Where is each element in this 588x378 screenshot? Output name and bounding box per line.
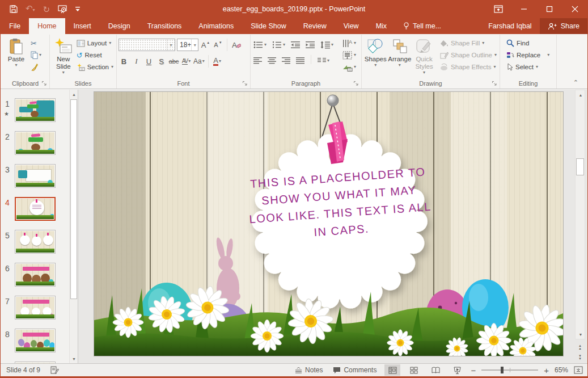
slideshow-view-button[interactable] xyxy=(449,364,465,376)
align-text-button[interactable]: ▾ xyxy=(341,49,357,61)
slide-thumbnail-3[interactable] xyxy=(15,164,56,188)
maximize-button[interactable] xyxy=(536,0,562,18)
underline-button[interactable]: U xyxy=(143,56,154,67)
notes-toggle[interactable]: Notes xyxy=(293,366,325,374)
tab-home[interactable]: Home xyxy=(29,18,65,34)
tab-design[interactable]: Design xyxy=(100,18,139,34)
reading-view-button[interactable] xyxy=(428,364,443,376)
zoom-out-button[interactable]: − xyxy=(471,366,476,375)
previous-slide-button[interactable]: ▲▲ xyxy=(575,343,585,352)
cut-button[interactable]: ✂ xyxy=(29,38,43,48)
align-left-button[interactable] xyxy=(252,55,263,66)
normal-view-button[interactable] xyxy=(384,364,400,376)
text-direction-button[interactable]: A▾ xyxy=(341,37,357,49)
tab-view[interactable]: View xyxy=(335,18,367,34)
increase-font-size-button[interactable]: A▲ xyxy=(200,39,211,51)
thumbnail-scrollbar[interactable]: ▲ ▼ xyxy=(69,90,78,363)
tell-me-box[interactable]: Tell me... xyxy=(395,18,449,34)
tab-file[interactable]: File xyxy=(1,18,29,34)
find-button[interactable]: Find xyxy=(505,37,551,49)
slide-thumbnail-6[interactable] xyxy=(15,263,56,287)
share-button[interactable]: Share xyxy=(540,18,587,34)
reset-button[interactable]: ↺Reset xyxy=(75,49,115,61)
drawing-dialog-launcher-icon[interactable] xyxy=(492,81,497,86)
tab-review[interactable]: Review xyxy=(295,18,335,34)
replace-button[interactable]: Replace▾ xyxy=(505,49,551,61)
character-spacing-button[interactable]: AV▾ xyxy=(181,56,192,67)
bold-button[interactable]: B xyxy=(119,56,129,67)
notes-pen-icon[interactable] xyxy=(50,366,59,374)
text-placeholder[interactable]: THIS IS A PLACEHOLDER TO SHOW YOU WHAT I… xyxy=(235,162,445,247)
clear-formatting-button[interactable]: A xyxy=(231,39,242,51)
shape-outline-button[interactable]: Shape Outline▾ xyxy=(439,49,498,61)
text-shadow-button[interactable]: S xyxy=(156,56,167,67)
clipboard-dialog-launcher-icon[interactable] xyxy=(41,81,47,86)
font-name-select[interactable]: ▾ xyxy=(119,39,175,51)
slide-thumbnail-5[interactable] xyxy=(15,230,56,254)
italic-button[interactable]: I xyxy=(131,56,142,67)
line-spacing-button[interactable]: ▾ xyxy=(319,39,335,51)
font-color-button[interactable]: A▾ xyxy=(212,56,223,67)
canvas-scrollbar-thumb[interactable] xyxy=(576,158,584,175)
zoom-in-button[interactable]: + xyxy=(544,366,549,375)
shapes-button[interactable]: Shapes ▾ xyxy=(363,36,388,68)
comments-toggle[interactable]: Comments xyxy=(331,366,379,374)
scroll-up-icon[interactable]: ▲ xyxy=(576,90,586,99)
justify-button[interactable] xyxy=(295,55,306,66)
shape-effects-button[interactable]: Shape Effects▾ xyxy=(439,61,498,73)
align-right-button[interactable] xyxy=(281,55,291,66)
account-name[interactable]: Farshad Iqbal xyxy=(480,18,539,34)
section-button[interactable]: Section▾ xyxy=(75,61,115,73)
quick-styles-button[interactable]: Quick Styles ▾ xyxy=(412,36,437,75)
tab-animations[interactable]: Animations xyxy=(190,18,242,34)
slide-sorter-view-button[interactable] xyxy=(406,364,422,376)
tab-slide-show[interactable]: Slide Show xyxy=(242,18,295,34)
scroll-down-icon[interactable]: ▼ xyxy=(576,330,586,339)
minimize-button[interactable] xyxy=(511,0,536,18)
zoom-slider-thumb[interactable] xyxy=(501,367,504,373)
layout-button[interactable]: Layout▾ xyxy=(75,37,115,49)
paste-button[interactable]: Paste ▾ xyxy=(3,36,29,68)
format-painter-button[interactable] xyxy=(29,62,43,72)
thumbnail-scrollbar-thumb[interactable] xyxy=(70,99,77,299)
fit-slide-to-window-icon[interactable] xyxy=(574,366,583,374)
columns-button[interactable]: ▾ xyxy=(316,55,331,66)
canvas-scrollbar[interactable]: ▲ ▼ xyxy=(575,90,585,339)
slide-thumbnail-4-selected[interactable] xyxy=(15,197,56,221)
zoom-slider[interactable] xyxy=(481,366,538,374)
convert-smartart-button[interactable]: ▾ xyxy=(341,61,357,73)
bullets-button[interactable]: ▾ xyxy=(252,39,268,51)
copy-button[interactable]: ▾ xyxy=(29,50,43,60)
start-slideshow-icon[interactable] xyxy=(58,5,67,14)
slide-editor[interactable]: THIS IS A PLACEHOLDER TO SHOW YOU WHAT I… xyxy=(94,92,563,356)
numbering-button[interactable]: ▾ xyxy=(271,39,286,51)
arrange-button[interactable]: Arrange ▾ xyxy=(388,36,412,68)
redo-icon[interactable]: ↻ xyxy=(43,5,50,14)
save-icon[interactable] xyxy=(10,5,18,13)
customize-qat-icon[interactable] xyxy=(75,6,81,12)
tab-mix[interactable]: Mix xyxy=(367,18,395,34)
slide-thumbnail-2[interactable] xyxy=(15,131,56,155)
paragraph-dialog-launcher-icon[interactable] xyxy=(353,81,359,86)
close-button[interactable] xyxy=(562,0,587,18)
decrease-indent-button[interactable] xyxy=(290,39,301,51)
decrease-font-size-button[interactable]: A▼ xyxy=(213,39,223,51)
new-slide-button[interactable]: New Slide ▾ xyxy=(52,36,75,75)
undo-icon[interactable]: ↶▾ xyxy=(26,4,35,14)
zoom-level[interactable]: 65% xyxy=(555,366,568,374)
increase-indent-button[interactable] xyxy=(304,39,316,51)
slide-thumbnail-7[interactable] xyxy=(15,296,56,320)
scroll-down-icon[interactable]: ▼ xyxy=(70,354,78,363)
collapse-ribbon-icon[interactable]: ⌃ xyxy=(573,79,578,86)
shape-fill-button[interactable]: Shape Fill▾ xyxy=(439,37,498,49)
align-center-button[interactable] xyxy=(266,55,277,66)
change-case-button[interactable]: Aa▾ xyxy=(193,56,205,67)
tab-transitions[interactable]: Transitions xyxy=(139,18,191,34)
scroll-up-icon[interactable]: ▲ xyxy=(70,90,78,99)
font-dialog-launcher-icon[interactable] xyxy=(242,81,248,86)
select-button[interactable]: Select▾ xyxy=(505,61,551,73)
strikethrough-button[interactable]: abc xyxy=(168,56,179,67)
slide-thumbnail-1[interactable] xyxy=(15,98,56,122)
ribbon-display-options-icon[interactable] xyxy=(485,0,511,18)
font-size-select[interactable]: 18+▾ xyxy=(177,39,198,51)
